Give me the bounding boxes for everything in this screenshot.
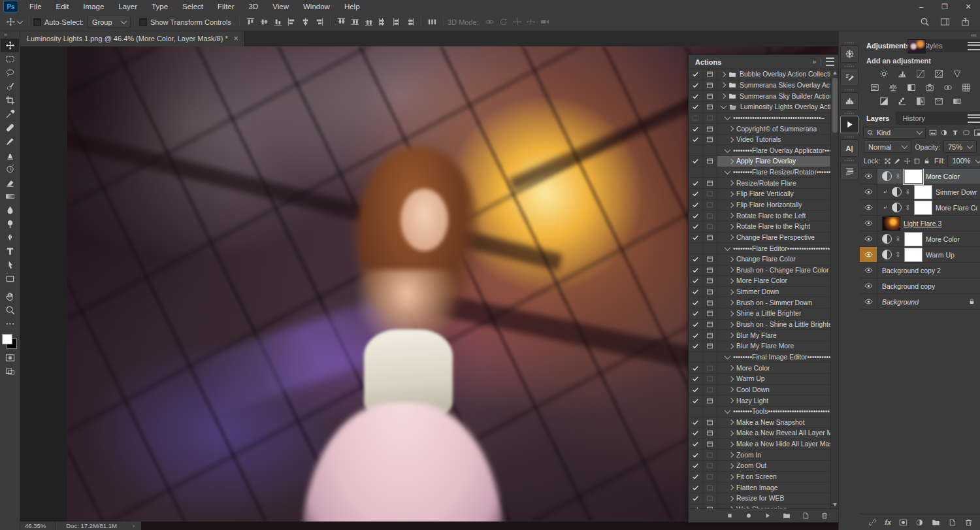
adjustment-photo-filter-button[interactable] <box>922 82 937 93</box>
auto-select-target-dropdown[interactable]: Group <box>88 16 131 28</box>
adjustment-selective-color-button[interactable] <box>931 95 946 107</box>
action-checkbox[interactable] <box>689 189 703 199</box>
brush-tool[interactable] <box>1 135 19 148</box>
action-dialog-toggle[interactable] <box>703 418 717 428</box>
filter-f-shape-button[interactable] <box>960 127 972 138</box>
menu-window[interactable]: Window <box>296 0 337 13</box>
action-row[interactable]: ••••••••Final Image Editor••••••••••••..… <box>689 352 831 363</box>
action-checkbox[interactable] <box>689 135 703 145</box>
align-top-button[interactable] <box>244 15 257 29</box>
action-dialog-toggle[interactable] <box>703 69 717 80</box>
action-dialog-toggle[interactable] <box>703 395 717 406</box>
action-row[interactable]: Web Sharpening <box>689 505 831 508</box>
visibility-eye-icon[interactable] <box>860 169 877 184</box>
action-checkbox[interactable] <box>689 395 703 406</box>
action-checkbox[interactable] <box>689 308 703 319</box>
panel-collapse-icon[interactable]: » <box>812 58 816 65</box>
action-checkbox[interactable] <box>689 385 703 395</box>
chevron-down-icon[interactable] <box>725 353 731 359</box>
action-row[interactable]: ••••••••Flare Overlay Applicator••••••..… <box>689 145 831 156</box>
scroll-down-icon[interactable] <box>833 503 837 506</box>
chevron-right-icon[interactable] <box>721 72 726 77</box>
toolbar-collapse-icon[interactable]: » <box>0 31 7 39</box>
action-checkbox[interactable] <box>689 102 703 112</box>
chevron-right-icon[interactable] <box>728 496 734 501</box>
action-row[interactable]: Zoom In <box>689 450 831 461</box>
paragraph-panel-button[interactable] <box>840 163 858 180</box>
visibility-eye-icon[interactable] <box>860 184 877 199</box>
layer-mask-thumbnail[interactable] <box>904 248 923 262</box>
adjustment-black-white-button[interactable] <box>904 82 919 93</box>
zoom-tool[interactable] <box>1 303 19 317</box>
crop-tool[interactable] <box>1 93 19 107</box>
action-row[interactable]: Summerana Sky Builder Action Collect... <box>689 91 831 102</box>
adjustment-channel-mixer-button[interactable] <box>940 82 955 93</box>
adj-circle-button[interactable] <box>915 518 924 527</box>
menu-view[interactable]: View <box>265 0 296 13</box>
action-dialog-toggle[interactable] <box>703 385 717 395</box>
chevron-right-icon[interactable] <box>721 82 726 88</box>
action-dialog-toggle[interactable] <box>703 276 717 286</box>
action-dialog-toggle[interactable] <box>703 341 717 352</box>
action-row[interactable]: Brush on - Shine a Little Brighter <box>689 320 831 331</box>
new-page-button[interactable] <box>802 512 809 520</box>
filter-f-type-button[interactable] <box>949 127 960 138</box>
menu-3d[interactable]: 3D <box>242 0 266 13</box>
action-row[interactable]: Change Flare Perspective <box>689 233 831 244</box>
play-button[interactable] <box>764 512 772 520</box>
action-checkbox[interactable] <box>689 320 703 330</box>
healing-tool[interactable] <box>1 121 19 135</box>
filter-f-pixel-button[interactable] <box>927 127 938 138</box>
action-checkbox[interactable] <box>689 243 703 254</box>
action-row[interactable]: More Flare Color <box>689 276 831 287</box>
restore-button[interactable]: ❐ <box>933 0 956 13</box>
layer-mask-thumbnail[interactable] <box>904 169 923 184</box>
search-button[interactable] <box>918 15 932 29</box>
chevron-right-icon[interactable] <box>728 191 734 197</box>
action-dialog-toggle[interactable] <box>703 124 717 134</box>
chevron-down-icon[interactable] <box>725 114 731 120</box>
action-checkbox[interactable] <box>689 210 703 221</box>
layer-row[interactable]: More Color <box>860 231 980 247</box>
chevron-right-icon[interactable] <box>728 333 734 338</box>
layer-row[interactable]: More Flare Co... <box>860 200 980 216</box>
chevron-right-icon[interactable] <box>728 441 734 446</box>
stop-button[interactable] <box>726 512 734 520</box>
pen-tool[interactable] <box>1 231 19 244</box>
action-row[interactable]: Simmer Down <box>689 287 831 298</box>
action-row[interactable]: Fit on Screen <box>689 472 831 483</box>
layer-row[interactable]: Background copy <box>860 278 980 294</box>
action-row[interactable]: Zoom Out <box>689 461 831 472</box>
action-dialog-toggle[interactable] <box>703 493 717 504</box>
layer-row[interactable]: Warm Up <box>860 247 980 263</box>
chevron-right-icon[interactable] <box>728 267 734 273</box>
move-tool[interactable] <box>1 39 19 52</box>
chevron-right-icon[interactable] <box>728 224 734 229</box>
action-dialog-toggle[interactable] <box>703 287 717 297</box>
chevron-right-icon[interactable] <box>728 213 734 218</box>
action-row[interactable]: Luminosity Lights Overlay Action Colle..… <box>689 102 831 113</box>
action-checkbox[interactable] <box>689 352 703 363</box>
layer-filter-kind-dropdown[interactable]: Kind <box>863 127 926 139</box>
ellipsis-tool[interactable] <box>1 317 19 331</box>
action-row[interactable]: Apply Flare Overlay <box>689 156 831 167</box>
action-checkbox[interactable] <box>689 200 703 210</box>
action-checkbox[interactable] <box>689 254 703 265</box>
action-row[interactable]: Flip Flare Horizontally <box>689 200 831 211</box>
mask-link-icon[interactable] <box>895 235 901 243</box>
dist-vcenter-button[interactable] <box>348 15 362 29</box>
action-checkbox[interactable] <box>689 276 703 286</box>
chevron-down-icon[interactable] <box>725 168 731 174</box>
chevron-right-icon[interactable] <box>728 278 734 284</box>
layer-name[interactable]: Light Flare 3 <box>904 220 941 227</box>
action-row[interactable]: Blur My Flare <box>689 330 831 341</box>
panel-menu-icon[interactable] <box>968 42 980 50</box>
layer-name[interactable]: More Flare Co... <box>936 204 977 212</box>
layer-name[interactable]: More Color <box>926 235 960 243</box>
visibility-eye-icon[interactable] <box>860 247 877 262</box>
action-row[interactable]: Copyright© of Summerana <box>689 124 831 135</box>
layer-mask-thumbnail[interactable] <box>914 201 932 215</box>
chevron-right-icon[interactable] <box>728 344 734 349</box>
chevron-right-icon[interactable] <box>721 93 726 99</box>
layer-name[interactable]: Background <box>882 298 919 306</box>
